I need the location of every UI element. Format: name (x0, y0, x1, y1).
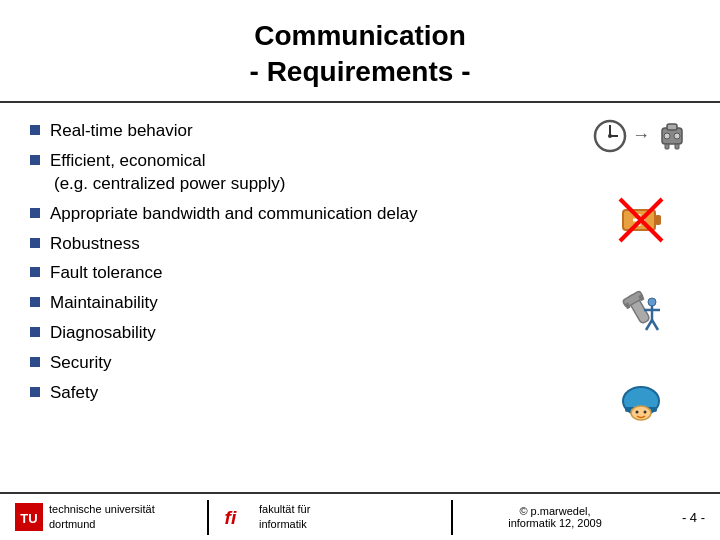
list-item: Security (30, 352, 592, 375)
clock-svg-icon (592, 118, 628, 154)
footer-divider1 (207, 500, 209, 535)
list-item: Diagnosability (30, 322, 592, 345)
bullet-icon (30, 357, 40, 367)
bullet-icon (30, 327, 40, 337)
svg-point-7 (674, 133, 680, 139)
list-item: Efficient, economical (e.g. centralized … (30, 150, 592, 196)
icons-column: → (592, 113, 690, 487)
bullet-icon (30, 238, 40, 248)
svg-rect-8 (665, 144, 669, 149)
bullet-text: Security (50, 352, 592, 375)
fi-logo-svg: fi (221, 501, 249, 533)
bullet-icon (30, 297, 40, 307)
footer-divider2 (451, 500, 453, 535)
footer-page-number: - 4 - (645, 510, 705, 525)
arrow-icon: → (632, 125, 650, 146)
fi-logo: fi (221, 503, 249, 531)
tu-logo-svg: TU (15, 503, 43, 531)
bullet-list: Real-time behavior Efficient, economical… (30, 113, 592, 487)
bullet-icon (30, 125, 40, 135)
list-item-fault-tolerance: Fault tolerance (30, 262, 592, 285)
list-item: Maintainability (30, 292, 592, 315)
bullet-text: Safety (50, 382, 592, 405)
svg-line-24 (652, 320, 658, 330)
bullet-text: Maintainability (50, 292, 592, 315)
slide-content: Real-time behavior Efficient, economical… (0, 103, 720, 492)
footer-university: TU technische universitätdortmund (15, 502, 195, 533)
fault-tolerance-text: Fault tolerance (50, 262, 592, 285)
bullet-icon (30, 267, 40, 277)
wrench-svg-icon (616, 288, 666, 338)
bullet-text: Robustness (50, 233, 592, 256)
robot-svg-icon (654, 118, 690, 154)
tu-logo: TU (15, 503, 43, 531)
footer-copyright: © p.marwedel,informatik 12, 2009 (465, 505, 645, 529)
safety-svg-icon (617, 379, 665, 427)
svg-point-6 (664, 133, 670, 139)
no-centralized-icon (617, 196, 665, 244)
list-item: Real-time behavior (30, 120, 592, 143)
bullet-text: Real-time behavior (50, 120, 592, 143)
footer-faculty: fakultät fürinformatik (249, 502, 439, 533)
svg-text:fi: fi (225, 507, 237, 528)
svg-point-20 (648, 298, 656, 306)
safety-icon (617, 379, 665, 431)
bullet-text: Diagnosability (50, 322, 592, 345)
slide: Communication - Requirements - Real-time… (0, 0, 720, 540)
bullet-icon (30, 208, 40, 218)
bullet-text: Efficient, economical (e.g. centralized … (50, 150, 592, 196)
svg-text:TU: TU (20, 511, 37, 526)
svg-point-3 (608, 134, 612, 138)
svg-rect-9 (675, 144, 679, 149)
list-item: Appropriate bandwidth and communication … (30, 203, 592, 226)
svg-point-30 (644, 410, 647, 413)
svg-rect-11 (655, 215, 661, 225)
bullet-text: Appropriate bandwidth and communication … (50, 203, 592, 226)
slide-header: Communication - Requirements - (0, 0, 720, 103)
slide-title: Communication - Requirements - (20, 18, 700, 91)
list-item: Robustness (30, 233, 592, 256)
fault-tolerance-icon (616, 288, 666, 342)
slide-footer: TU technische universitätdortmund fi fak… (0, 492, 720, 540)
battery-cross-svg-icon (617, 196, 665, 244)
bullet-icon (30, 387, 40, 397)
svg-rect-5 (667, 124, 677, 130)
bullet-icon (30, 155, 40, 165)
svg-point-29 (636, 410, 639, 413)
list-item: Safety (30, 382, 592, 405)
realtime-icon: → (592, 118, 690, 154)
university-text: technische universitätdortmund (49, 502, 155, 533)
